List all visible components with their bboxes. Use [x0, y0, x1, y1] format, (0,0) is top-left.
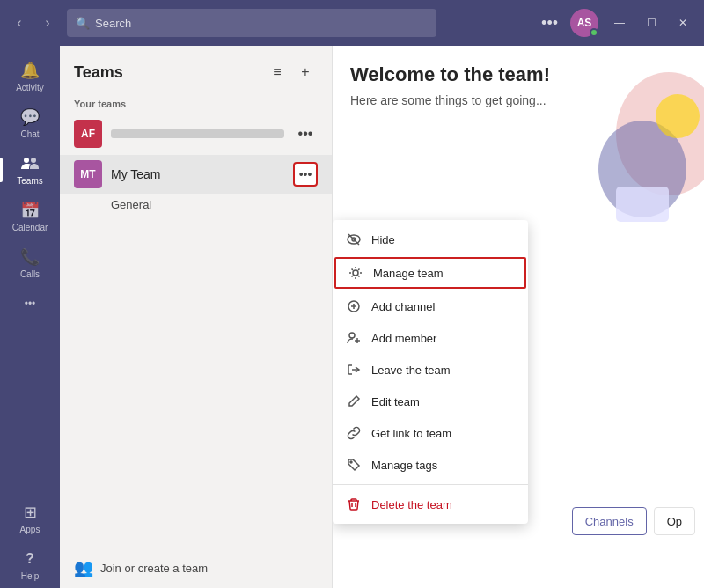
svg-point-17 — [350, 461, 352, 463]
apps-icon: ⊞ — [19, 502, 40, 523]
svg-point-1 — [31, 158, 36, 163]
help-icon: ? — [19, 548, 40, 570]
sidebar-item-calendar[interactable]: 📅 Calendar — [0, 193, 60, 239]
teams-title: Teams — [74, 63, 258, 82]
activity-icon: 🔔 — [19, 60, 40, 81]
menu-divider — [333, 484, 528, 485]
manage-team-icon — [347, 264, 364, 282]
svg-point-9 — [353, 270, 358, 276]
sidebar-item-teams[interactable]: Teams — [0, 146, 60, 193]
team-mt-more-button[interactable]: ••• — [293, 162, 318, 187]
title-bar: ‹ › 🔍 Search ••• AS — ☐ ✕ — [0, 0, 704, 46]
sidebar-label-help: Help — [21, 571, 40, 581]
maximize-button[interactable]: ☐ — [637, 13, 665, 33]
search-bar[interactable]: 🔍 Search — [67, 9, 436, 37]
team-avatar-af: AF — [74, 120, 102, 148]
add-member-icon — [345, 329, 363, 347]
team-af-more-button[interactable]: ••• — [293, 121, 318, 146]
menu-item-leave-team[interactable]: Leave the team — [333, 354, 528, 386]
sidebar-item-calls[interactable]: 📞 Calls — [0, 239, 60, 286]
delete-team-label: Delete the team — [371, 498, 452, 511]
team-item-af[interactable]: AF ••• — [60, 113, 332, 155]
app-body: 🔔 Activity 💬 Chat Teams 📅 Calendar 📞 — [0, 46, 704, 588]
avatar[interactable]: AS — [570, 9, 598, 37]
menu-item-add-channel[interactable]: Add channel — [333, 290, 528, 322]
teams-icon — [19, 153, 40, 174]
menu-item-get-link[interactable]: Get link to team — [333, 417, 528, 449]
edit-team-label: Edit team — [371, 395, 420, 408]
sidebar-item-chat[interactable]: 💬 Chat — [0, 99, 60, 146]
open-button[interactable]: Op — [654, 507, 695, 535]
join-create-team-button[interactable]: 👥 Join or create a team — [60, 548, 332, 588]
general-channel-label: General — [111, 198, 151, 211]
delete-team-icon — [345, 496, 363, 513]
add-team-button[interactable]: + — [293, 60, 318, 85]
manage-team-label: Manage team — [373, 267, 444, 280]
teams-panel: Teams ≡ + Your teams AF ••• MT My Team •… — [60, 46, 333, 588]
leave-team-icon — [345, 361, 363, 379]
main-content: Welcome to the team! Here are some thing… — [333, 46, 704, 588]
teams-header: Teams ≡ + — [60, 46, 332, 92]
team-mt-name: My Team — [111, 167, 284, 181]
sidebar-label-apps: Apps — [20, 525, 40, 534]
manage-tags-icon — [345, 456, 363, 474]
sidebar-item-help[interactable]: ? Help — [0, 541, 60, 588]
team-avatar-mt: MT — [74, 160, 102, 188]
sidebar-item-apps[interactable]: ⊞ Apps — [0, 495, 60, 541]
menu-item-edit-team[interactable]: Edit team — [333, 386, 528, 417]
chat-icon: 💬 — [19, 107, 40, 128]
channels-button[interactable]: Channels — [572, 507, 647, 535]
filter-button[interactable]: ≡ — [265, 60, 290, 85]
window-controls: — ☐ ✕ — [605, 13, 697, 33]
hide-icon — [345, 231, 363, 248]
sidebar-label-activity: Activity — [16, 83, 44, 92]
title-bar-right: ••• AS — ☐ ✕ — [536, 9, 697, 37]
svg-point-0 — [24, 158, 29, 163]
menu-item-hide[interactable]: Hide — [333, 224, 528, 255]
minimize-button[interactable]: — — [605, 13, 634, 33]
team-item-mt[interactable]: MT My Team ••• — [60, 155, 332, 194]
hide-label: Hide — [371, 233, 395, 246]
get-link-icon — [345, 424, 363, 442]
general-channel-item[interactable]: General — [60, 194, 332, 216]
sidebar: 🔔 Activity 💬 Chat Teams 📅 Calendar 📞 — [0, 46, 60, 588]
calls-icon: 📞 — [19, 246, 40, 268]
search-icon: 🔍 — [76, 17, 90, 30]
your-teams-label: Your teams — [60, 92, 332, 113]
sidebar-label-chat: Chat — [20, 129, 39, 139]
illustration — [537, 63, 704, 239]
sidebar-item-activity[interactable]: 🔔 Activity — [0, 53, 60, 99]
search-placeholder: Search — [95, 17, 131, 30]
sidebar-label-teams: Teams — [17, 176, 42, 186]
sidebar-label-calls: Calls — [20, 269, 40, 279]
add-channel-icon — [345, 298, 363, 315]
sidebar-label-calendar: Calendar — [12, 223, 48, 232]
get-link-label: Get link to team — [371, 427, 451, 440]
more-icon: ••• — [19, 293, 40, 314]
nav-back-button[interactable]: ‹ — [7, 11, 32, 35]
nav-forward-button[interactable]: › — [35, 11, 60, 35]
join-label: Join or create a team — [100, 562, 208, 575]
sidebar-item-more[interactable]: ••• — [0, 286, 60, 321]
add-member-label: Add member — [371, 332, 436, 345]
svg-point-4 — [656, 94, 700, 138]
manage-tags-label: Manage tags — [371, 459, 437, 472]
avatar-initials: AS — [577, 17, 592, 29]
add-channel-label: Add channel — [371, 300, 435, 313]
context-menu: Hide Manage team — [333, 220, 528, 524]
join-icon: 👥 — [74, 558, 93, 577]
menu-item-delete-team[interactable]: Delete the team — [333, 489, 528, 520]
more-options-button[interactable]: ••• — [536, 11, 563, 36]
menu-item-manage-team[interactable]: Manage team — [334, 257, 526, 289]
avatar-status — [590, 28, 598, 37]
nav-controls: ‹ › — [7, 11, 60, 35]
svg-point-13 — [349, 333, 355, 338]
svg-rect-5 — [616, 187, 669, 222]
team-name-bar-af — [111, 129, 284, 138]
close-button[interactable]: ✕ — [669, 13, 697, 33]
calendar-icon: 📅 — [19, 200, 40, 221]
menu-item-manage-tags[interactable]: Manage tags — [333, 449, 528, 481]
edit-team-icon — [345, 393, 363, 410]
menu-item-add-member[interactable]: Add member — [333, 322, 528, 354]
leave-team-label: Leave the team — [371, 364, 451, 377]
